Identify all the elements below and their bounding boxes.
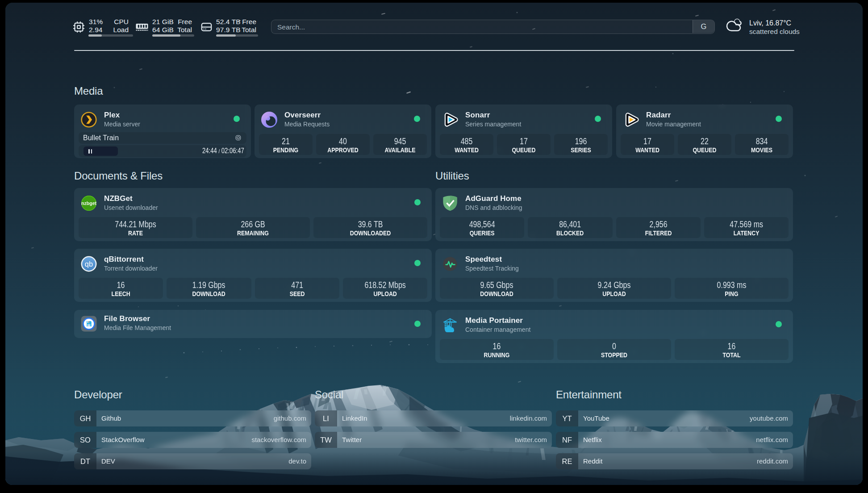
- svg-text:nzbget: nzbget: [81, 201, 97, 206]
- svg-text:qb: qb: [85, 260, 93, 268]
